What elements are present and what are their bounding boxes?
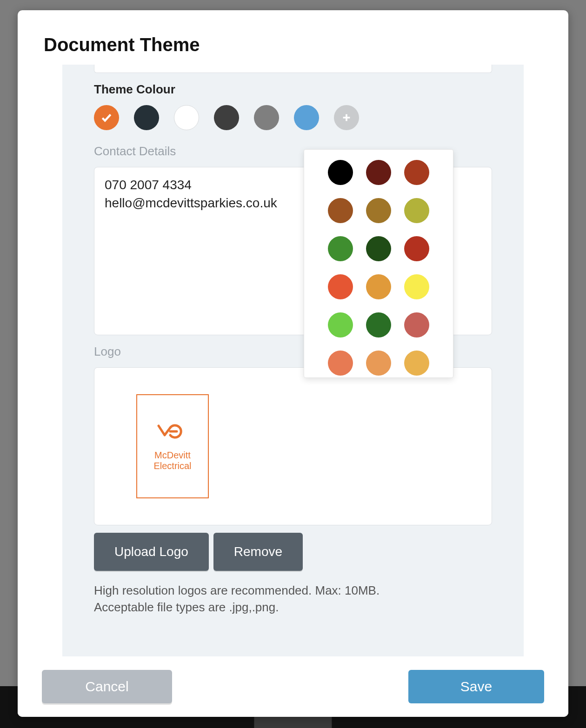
theme-swatch-4[interactable]	[254, 105, 279, 130]
document-theme-modal: Document Theme Theme Colour Contact Deta…	[18, 10, 568, 717]
add-colour-button[interactable]	[334, 105, 359, 130]
upload-logo-button[interactable]: Upload Logo	[94, 533, 209, 571]
palette-swatch-12[interactable]	[328, 312, 353, 338]
palette-swatch-11[interactable]	[404, 274, 429, 299]
palette-swatch-8[interactable]	[404, 236, 429, 261]
logo-hint-line-2: Acceptable file types are .jpg,.png.	[94, 599, 492, 615]
check-icon	[100, 112, 113, 124]
plus-icon	[341, 113, 352, 123]
theme-swatch-3[interactable]	[214, 105, 239, 130]
save-button[interactable]: Save	[408, 670, 544, 703]
palette-swatch-7[interactable]	[366, 236, 391, 261]
palette-swatch-10[interactable]	[366, 274, 391, 299]
palette-swatch-6[interactable]	[328, 236, 353, 261]
logo-button-row: Upload Logo Remove	[94, 533, 492, 571]
logo-image: McDevitt Electrical	[136, 394, 209, 498]
modal-title: Document Theme	[44, 34, 542, 55]
theme-swatch-0[interactable]	[94, 105, 119, 130]
previous-field-edge	[94, 65, 492, 73]
logo-hint-line-1: High resolution logos are recommended. M…	[94, 582, 492, 599]
theme-colour-swatches	[94, 105, 492, 130]
palette-swatch-9[interactable]	[328, 274, 353, 299]
palette-swatch-1[interactable]	[366, 160, 391, 185]
palette-swatch-15[interactable]	[328, 351, 353, 376]
logo-company-name: McDevitt Electrical	[153, 450, 191, 471]
theme-swatch-5[interactable]	[294, 105, 319, 130]
palette-swatch-14[interactable]	[404, 312, 429, 338]
palette-swatch-0[interactable]	[328, 160, 353, 185]
cancel-button[interactable]: Cancel	[42, 670, 172, 703]
palette-swatch-16[interactable]	[366, 351, 391, 376]
palette-swatch-5[interactable]	[404, 198, 429, 223]
logo-hint: High resolution logos are recommended. M…	[94, 582, 492, 616]
logo-preview-box: McDevitt Electrical	[94, 367, 492, 525]
modal-footer: Cancel Save	[18, 656, 568, 717]
theme-colour-label: Theme Colour	[94, 82, 492, 97]
theme-swatch-1[interactable]	[134, 105, 159, 130]
palette-swatch-13[interactable]	[366, 312, 391, 338]
remove-logo-button[interactable]: Remove	[213, 533, 303, 571]
theme-swatch-2[interactable]	[174, 105, 199, 130]
palette-swatch-3[interactable]	[328, 198, 353, 223]
palette-swatch-4[interactable]	[366, 198, 391, 223]
palette-swatch-2[interactable]	[404, 160, 429, 185]
modal-header: Document Theme	[18, 10, 568, 65]
palette-swatch-17[interactable]	[404, 351, 429, 376]
logo-mark-icon	[156, 421, 189, 442]
color-picker-grid	[314, 160, 443, 376]
color-picker-popover	[304, 149, 453, 378]
modal-body: Theme Colour Contact Details 070 2007 43…	[62, 65, 524, 656]
